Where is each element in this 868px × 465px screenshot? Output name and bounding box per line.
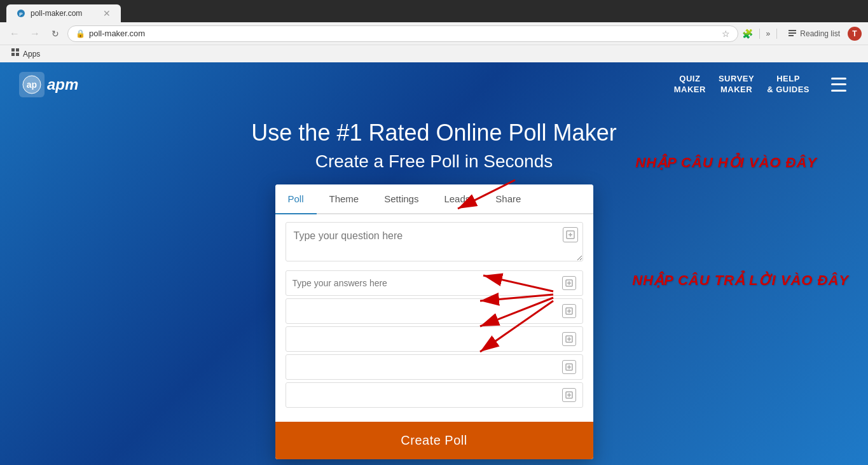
reading-list-label: Reading list xyxy=(800,29,840,38)
answer-3-image-btn[interactable] xyxy=(562,332,576,346)
site-logo[interactable]: ap apm xyxy=(19,72,78,97)
hamburger-line-1 xyxy=(831,78,846,80)
tab-title: poll-maker.com xyxy=(31,9,82,18)
question-image-add-btn[interactable] xyxy=(563,227,578,242)
browser-toolbar: ← → ↻ 🔒 poll-maker.com ☆ 🧩 » Reading lis… xyxy=(0,22,868,45)
nav-survey-maker[interactable]: SURVEY MAKER xyxy=(719,74,754,95)
answer-row-5 xyxy=(286,382,583,408)
answer-input-2[interactable] xyxy=(293,306,562,316)
svg-rect-4 xyxy=(789,35,794,36)
hero-subtitle: Create a Free Poll in Seconds xyxy=(0,151,868,172)
browser-chrome: P poll-maker.com ✕ ← → ↻ 🔒 poll-maker.co… xyxy=(0,0,868,45)
answer-image-icon-4 xyxy=(565,363,573,371)
extensions-overflow[interactable]: » xyxy=(766,29,771,38)
tab-share[interactable]: Share xyxy=(483,184,534,214)
tab-close-btn[interactable]: ✕ xyxy=(103,8,111,18)
tab-theme[interactable]: Theme xyxy=(317,184,372,214)
answer-input-3[interactable] xyxy=(293,334,562,344)
answers-section xyxy=(286,270,583,408)
tab-settings[interactable]: Settings xyxy=(371,184,431,214)
answer-image-icon-1 xyxy=(565,279,573,287)
tab-favicon: P xyxy=(17,9,25,18)
extensions-icon[interactable]: 🧩 xyxy=(742,29,753,39)
answer-2-image-btn[interactable] xyxy=(562,304,576,318)
answer-image-icon-3 xyxy=(565,335,573,343)
page-content: ap apm QUIZ MAKER SURVEY MAKER HELP & GU… xyxy=(0,62,868,465)
svg-rect-6 xyxy=(16,48,19,52)
answer-input-5[interactable] xyxy=(293,390,562,400)
poll-body xyxy=(275,214,593,422)
logo-icon: ap xyxy=(19,72,45,97)
tab-poll[interactable]: Poll xyxy=(275,184,317,214)
forward-button[interactable]: → xyxy=(27,25,43,42)
hero-section: Use the #1 Rated Online Poll Maker Creat… xyxy=(0,107,868,465)
apps-grid-icon xyxy=(11,48,20,59)
hamburger-line-3 xyxy=(831,90,846,92)
answer-row-3 xyxy=(286,326,583,352)
answer-4-image-btn[interactable] xyxy=(562,360,576,374)
answer-input-4[interactable] xyxy=(293,362,562,372)
answer-row-2 xyxy=(286,298,583,324)
tab-leads[interactable]: Leads xyxy=(431,184,483,214)
address-bar[interactable]: 🔒 poll-maker.com ☆ xyxy=(67,25,738,42)
site-header: ap apm QUIZ MAKER SURVEY MAKER HELP & GU… xyxy=(0,62,868,107)
answer-image-icon-5 xyxy=(565,391,573,399)
poll-tabs: Poll Theme Settings Leads Share xyxy=(275,184,593,214)
svg-rect-2 xyxy=(789,30,796,31)
hamburger-menu[interactable] xyxy=(829,76,849,94)
hero-title: Use the #1 Rated Online Poll Maker xyxy=(0,120,868,146)
answer-5-image-btn[interactable] xyxy=(562,388,576,402)
nav-quiz-maker[interactable]: QUIZ MAKER xyxy=(674,74,706,95)
bookmarks-apps[interactable]: Apps xyxy=(6,47,45,60)
svg-rect-5 xyxy=(11,48,15,52)
apps-label: Apps xyxy=(23,50,40,59)
answer-row-4 xyxy=(286,354,583,380)
lock-icon: 🔒 xyxy=(76,29,85,38)
profile-avatar[interactable]: T xyxy=(848,27,862,41)
back-button[interactable]: ← xyxy=(6,25,23,42)
answer-row-1 xyxy=(286,270,583,296)
reading-list-icon xyxy=(787,29,797,39)
image-add-icon xyxy=(566,230,575,239)
svg-text:P: P xyxy=(19,11,23,17)
bookmarks-bar: Apps xyxy=(0,45,868,62)
poll-card: Poll Theme Settings Leads Share xyxy=(275,184,593,459)
question-input[interactable] xyxy=(286,222,583,261)
url-text: poll-maker.com xyxy=(89,29,718,38)
answer-1-image-btn[interactable] xyxy=(562,276,576,290)
toolbar-right: 🧩 » Reading list T xyxy=(742,27,862,41)
reading-list-button[interactable]: Reading list xyxy=(783,27,844,40)
hamburger-line-2 xyxy=(831,83,846,85)
answer-input-1[interactable] xyxy=(293,278,562,288)
svg-rect-8 xyxy=(16,53,19,56)
question-area xyxy=(286,222,583,264)
reload-button[interactable]: ↻ xyxy=(47,25,64,42)
logo-text: apm xyxy=(47,76,78,94)
svg-text:ap: ap xyxy=(27,80,37,90)
active-tab[interactable]: P poll-maker.com ✕ xyxy=(6,4,121,22)
site-nav: QUIZ MAKER SURVEY MAKER HELP & GUIDES xyxy=(674,74,849,95)
svg-rect-7 xyxy=(11,53,15,56)
toolbar-divider xyxy=(759,29,760,39)
browser-tabs: P poll-maker.com ✕ xyxy=(0,0,868,22)
svg-rect-3 xyxy=(789,32,796,34)
toolbar-divider-2 xyxy=(776,29,777,39)
create-poll-button[interactable]: Create Poll xyxy=(275,422,593,459)
answer-image-icon-2 xyxy=(565,307,573,315)
bookmark-star-icon[interactable]: ☆ xyxy=(722,29,730,39)
nav-help-guides[interactable]: HELP & GUIDES xyxy=(767,74,809,95)
